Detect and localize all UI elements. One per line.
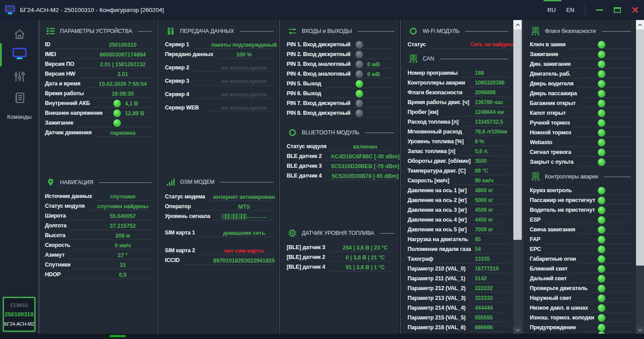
param-value-text: 13335 <box>475 256 489 262</box>
led-green-indicator <box>598 197 605 204</box>
list-icon <box>46 27 55 36</box>
param-value-text: 2.01 <box>117 71 128 77</box>
vertical-scrollbar[interactable] <box>513 20 522 334</box>
section-header-line <box>440 59 508 59</box>
scrollbar-thumb[interactable] <box>636 29 644 266</box>
scroll-up-button[interactable] <box>636 20 644 29</box>
param-value: 444444 <box>475 303 512 313</box>
param-value <box>598 128 636 137</box>
param-value-text: не используется <box>221 105 267 111</box>
param-row: Сервер 3не используется <box>159 76 279 86</box>
param-label: BLE датчик 3 <box>287 163 324 169</box>
bottom-bar <box>0 334 644 339</box>
network-icon <box>409 54 418 63</box>
param-value-text: 860803067174884 <box>100 51 146 58</box>
param-value: 5142 <box>475 274 512 283</box>
param-row: Расход топлива [л]13345732,5 <box>402 117 513 127</box>
param-value <box>598 49 636 59</box>
param-value: 31 <box>92 260 153 270</box>
lang-ru-button[interactable]: RU <box>542 7 561 13</box>
param-value: 55.640057 <box>92 211 153 221</box>
param-value-text: не используется <box>221 65 267 71</box>
param-label: Ближний свет <box>530 266 570 272</box>
scrollbar-thumb[interactable] <box>513 29 522 240</box>
param-row: Передано данных100 % <box>159 49 279 59</box>
param-value: 2.01 <box>92 69 153 79</box>
param-row: Температура двиг. [C]89 °C <box>402 166 513 176</box>
param-label: Сервер 4 <box>165 91 192 97</box>
led-gray-indicator <box>356 70 363 78</box>
param-row: Уровень топлива [%]6 % <box>402 137 513 146</box>
param-row: Запас топлива [л]5,6 л. <box>402 146 513 156</box>
param-label: Широта <box>45 213 68 219</box>
close-icon: ✕ <box>631 5 639 15</box>
led-green-indicator <box>598 246 605 253</box>
param-value <box>598 186 636 195</box>
param-value: 5C5310D30BEB [-70 dBm] <box>334 161 396 171</box>
minimize-button[interactable] <box>591 0 608 20</box>
vertical-scrollbar[interactable] <box>636 20 644 334</box>
scroll-up-button[interactable] <box>513 20 522 29</box>
param-label: SIM карта 1 <box>165 230 197 236</box>
param-row: Параметр 212 (VAL_2)222222 <box>402 283 513 293</box>
app-monitor-icon <box>4 5 16 15</box>
param-row: Высота208 м <box>39 230 157 240</box>
param-value: 0 мВ <box>356 69 400 79</box>
param-label: Уровень сигнала <box>165 213 212 219</box>
param-label: PIN 3. Вход аналоговый <box>287 61 353 67</box>
param-label: Webasto <box>530 139 555 145</box>
param-label: Параметр 212 (VAL_2) <box>408 285 468 291</box>
param-value-text: 0 | 3,6 В | 21 °C <box>346 254 385 261</box>
param-value-text: 4800 кг <box>475 187 493 194</box>
param-value-text: 37.215752 <box>110 222 136 229</box>
param-row: Широта55.640057 <box>39 211 157 221</box>
led-green-indicator <box>598 265 605 273</box>
scroll-down-button[interactable] <box>513 327 522 334</box>
param-value-text: 136780 час <box>475 99 503 105</box>
led-green-indicator <box>598 236 605 243</box>
sidebar-item-home[interactable] <box>0 28 39 42</box>
param-label: EPC <box>530 246 543 252</box>
led-green-indicator <box>598 304 605 312</box>
param-value-text: 333333 <box>475 295 492 301</box>
param-value: 54 <box>475 244 512 254</box>
param-row: Время работы двиг. [ч]136780 час <box>402 97 513 107</box>
param-value-text: 444444 <box>475 305 492 311</box>
section-header-line <box>358 31 394 32</box>
device-id: 250100310 <box>4 311 33 318</box>
param-value <box>598 264 636 274</box>
param-label: Давление на ось 4 [кг] <box>408 217 469 223</box>
param-value <box>598 59 636 69</box>
param-label: Статус модуля <box>287 143 329 149</box>
param-value: 85 <box>475 234 512 244</box>
param-row: Дин. зажигание <box>524 59 636 69</box>
param-label: Спутники <box>45 262 72 268</box>
scroll-down-button[interactable] <box>636 327 644 334</box>
param-row: Зажигание <box>39 118 157 128</box>
param-label: Параметр 216 (VAL_6) <box>408 324 468 331</box>
param-label: [BLE] датчик 4 <box>287 264 328 270</box>
param-row: Пробег [км]1248644 км <box>402 107 513 117</box>
param-value <box>598 293 636 303</box>
connection-status-box: COM16 250100310 БГ24-АСН-М2 <box>3 297 36 332</box>
param-value <box>113 118 157 128</box>
param-value <box>598 40 636 49</box>
section-fuel-sensor: ДАТЧИК УРОВНЯ ТОПЛИВА[BLE] датчик 3254 |… <box>281 228 400 272</box>
maximize-icon <box>614 7 621 13</box>
journal-icon <box>13 92 26 106</box>
param-label: ICCID <box>165 257 182 263</box>
close-button[interactable]: ✕ <box>626 0 644 20</box>
maximize-button[interactable] <box>608 0 626 20</box>
column-flags-controllers: Флаги безопасностиКлюч в замкеЗажиганиеД… <box>524 20 636 334</box>
sidebar-item-device[interactable] <box>0 47 39 62</box>
lang-en-button[interactable]: EN <box>561 7 580 13</box>
param-value: 89701018293022941825 <box>213 255 275 265</box>
param-value-text: 7000 кг <box>475 226 493 233</box>
param-value <box>598 89 636 98</box>
sidebar-item-commands[interactable] <box>0 92 39 106</box>
sidebar-item-settings[interactable] <box>0 70 39 85</box>
param-value: 7000 кг <box>475 225 512 234</box>
param-value: 333333 <box>475 293 512 303</box>
section-title: ПЕРЕДАЧА ДАННЫХ <box>180 28 234 34</box>
param-value-text: 2.01 | 1501261132 <box>100 61 146 68</box>
